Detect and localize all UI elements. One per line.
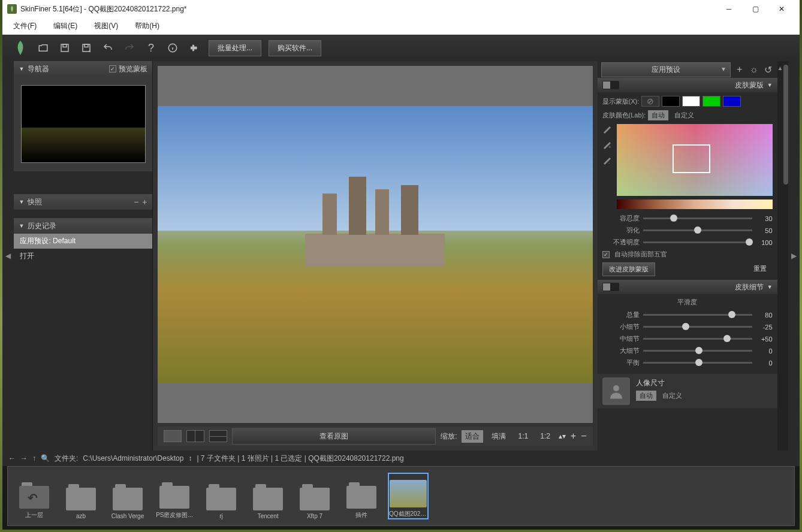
preview-mask-label: 预览蒙板 (119, 64, 147, 74)
mask-black-swatch[interactable] (662, 96, 680, 107)
nav-back-icon[interactable]: ← (8, 454, 16, 463)
balance-slider[interactable] (643, 362, 752, 364)
filmstrip-folder[interactable]: Xftp 7 (294, 473, 335, 519)
skin-color-picker[interactable] (617, 124, 773, 196)
save-as-icon[interactable] (79, 41, 94, 55)
filmstrip-folder[interactable]: rj (201, 473, 242, 519)
undo-icon[interactable] (101, 41, 115, 55)
preset-reset-icon[interactable]: ↺ (763, 64, 774, 75)
improve-mask-button[interactable]: 改进皮肤蒙版 (602, 262, 655, 276)
navigator-header[interactable]: ▼导航器 ✓ 预览蒙板 (14, 61, 152, 77)
filmstrip-folder[interactable]: Clash Verge (107, 473, 148, 519)
filmstrip-image[interactable]: QQ截图2024... (388, 473, 429, 519)
portrait-custom-button[interactable]: 自定义 (659, 391, 686, 401)
navigator-thumbnail[interactable] (21, 85, 146, 163)
opacity-value: 100 (752, 239, 773, 246)
skin-mask-toggle[interactable] (602, 81, 619, 89)
filmstrip-folder[interactable]: PS磨皮修图... (154, 473, 195, 519)
auto-exclude-checkbox[interactable]: ✓ (602, 251, 610, 258)
total-slider[interactable] (643, 314, 752, 316)
app-icon (7, 4, 17, 14)
mid-slider[interactable] (643, 338, 752, 340)
filmstrip-up[interactable]: ↶上一层 (14, 473, 55, 519)
folder-path[interactable]: C:\Users\Administrator\Desktop (83, 454, 183, 463)
collapse-left-icon[interactable]: ◀ (5, 252, 11, 260)
history-item[interactable]: 打开 (14, 249, 152, 264)
redo-icon[interactable] (122, 41, 137, 55)
zoom-out-icon[interactable]: − (581, 431, 586, 442)
navigator-label: 导航器 (28, 64, 49, 74)
snapshot-add-icon[interactable]: + (142, 197, 147, 207)
eyedropper-icon[interactable] (602, 124, 612, 134)
history-item[interactable]: 应用预设: Default (14, 234, 152, 249)
help-icon[interactable]: ? (144, 41, 158, 55)
menu-view[interactable]: 视图(V) (88, 19, 129, 34)
svg-rect-0 (61, 44, 68, 52)
zoom-in-icon[interactable]: + (571, 431, 576, 442)
reset-mask-button[interactable]: 重置 (747, 262, 773, 276)
filmstrip-folder[interactable]: Tencent (248, 473, 288, 519)
svg-rect-3 (85, 44, 88, 47)
view-original-button[interactable]: 查看原图 (232, 428, 436, 445)
history-label: 历史记录 (28, 221, 56, 231)
nav-up-icon[interactable]: ↑ (32, 454, 36, 463)
mask-green-swatch[interactable] (702, 96, 720, 107)
menu-help[interactable]: 帮助(H) (129, 19, 170, 34)
total-label: 总量 (602, 310, 643, 319)
skin-color-auto-button[interactable]: 自动 (648, 110, 668, 120)
close-button[interactable]: ✕ (768, 1, 795, 17)
plugin-icon[interactable] (187, 41, 201, 55)
history-header[interactable]: ▼历史记录 (14, 218, 152, 234)
menu-file[interactable]: 文件(F) (7, 19, 47, 34)
scroll-up-icon[interactable]: ▲ (777, 65, 783, 71)
skin-color-custom-button[interactable]: 自定义 (671, 110, 698, 120)
scrollbar-thumb[interactable] (783, 65, 788, 185)
small-slider[interactable] (643, 326, 752, 328)
zoom-1-2-button[interactable]: 1:2 (536, 431, 554, 442)
folder-sort-icon[interactable]: ↕ (188, 454, 192, 463)
mask-none-swatch[interactable]: ⊘ (641, 96, 659, 107)
save-icon[interactable] (58, 41, 72, 55)
view-single-button[interactable] (164, 430, 182, 442)
folder-label: 文件夹: (55, 454, 78, 464)
nav-fwd-icon[interactable]: → (20, 454, 28, 463)
maximize-button[interactable]: ▢ (742, 1, 768, 17)
minimize-button[interactable]: ─ (716, 1, 742, 17)
buy-button[interactable]: 购买软件... (269, 40, 321, 56)
info-icon[interactable] (165, 41, 180, 55)
preset-settings-icon[interactable]: ☼ (749, 64, 759, 75)
preset-add-icon[interactable]: + (734, 64, 745, 75)
batch-button[interactable]: 批量处理... (209, 40, 261, 56)
menu-edit[interactable]: 编辑(E) (47, 19, 88, 34)
tolerance-label: 容忍度 (602, 214, 643, 223)
folder-info: | 7 子文件夹 | 1 张照片 | 1 已选定 | QQ截图202408201… (197, 454, 403, 464)
skin-hue-bar[interactable] (602, 200, 773, 209)
snapshot-remove-icon[interactable]: − (134, 197, 138, 207)
opacity-slider[interactable] (643, 241, 752, 243)
view-split-v-button[interactable] (186, 430, 204, 442)
mask-white-swatch[interactable] (682, 96, 700, 107)
large-slider[interactable] (643, 350, 752, 352)
filmstrip-folder[interactable]: azb (61, 473, 101, 519)
skin-detail-toggle[interactable] (602, 283, 619, 291)
eyedropper-add-icon[interactable]: + (602, 140, 612, 149)
tolerance-slider[interactable] (643, 217, 752, 219)
snapshots-header[interactable]: ▼快照 − + (14, 194, 152, 210)
filmstrip-folder[interactable]: 插件 (341, 473, 382, 519)
preview-mask-checkbox[interactable]: ✓ (109, 65, 116, 72)
zoom-1-1-button[interactable]: 1:1 (514, 431, 532, 442)
canvas[interactable] (158, 66, 593, 423)
zoom-updown-icon[interactable]: ▴▾ (559, 432, 566, 440)
search-icon[interactable]: 🔍 (41, 454, 50, 463)
collapse-right-icon[interactable]: ▶ (791, 252, 797, 260)
view-split-h-button[interactable] (209, 430, 227, 442)
feather-slider[interactable] (643, 229, 752, 231)
zoom-fit-button[interactable]: 适合 (462, 430, 483, 443)
portrait-auto-button[interactable]: 自动 (636, 391, 656, 401)
zoom-fill-button[interactable]: 填满 (488, 430, 509, 443)
eyedropper-sub-icon[interactable]: - (602, 155, 612, 165)
mask-blue-swatch[interactable] (723, 96, 741, 107)
open-icon[interactable] (36, 41, 50, 55)
feather-label: 羽化 (602, 226, 643, 235)
apply-preset-dropdown[interactable]: 应用预设 (601, 62, 731, 77)
